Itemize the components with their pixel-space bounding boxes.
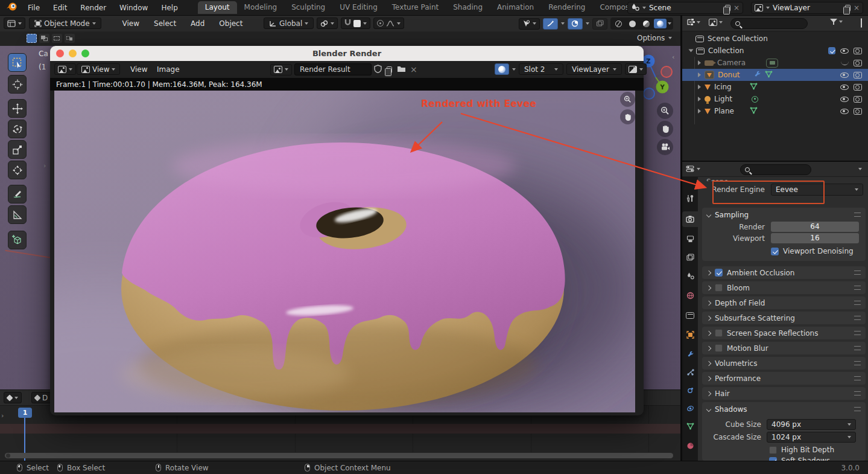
viewlayer-unlink-icon[interactable]: ×: [854, 4, 860, 11]
properties-editor-type-button[interactable]: [686, 165, 700, 173]
drag-handle-icon[interactable]: [854, 286, 861, 290]
outliner-row-scene-collection[interactable]: Scene Collection: [682, 33, 868, 45]
motion-blur-checkbox[interactable]: [715, 344, 723, 352]
tool-rotate[interactable]: [8, 120, 27, 138]
outliner-row-collection[interactable]: Collection: [682, 45, 868, 57]
soft-shadows-checkbox[interactable]: [769, 457, 777, 461]
tab-object[interactable]: [682, 327, 698, 342]
drag-handle-icon[interactable]: [854, 301, 861, 305]
disable-render-icon[interactable]: [854, 96, 862, 103]
viewport-menu-add[interactable]: Add: [185, 19, 210, 28]
expand-arrow-icon[interactable]: [698, 72, 701, 77]
tab-view-layer[interactable]: [682, 249, 698, 265]
window-viewlayer-dropdown[interactable]: ViewLayer: [566, 63, 622, 75]
disable-render-icon[interactable]: [854, 84, 862, 91]
disable-render-icon[interactable]: [854, 60, 862, 66]
hide-eye-icon[interactable]: [840, 97, 849, 102]
sampling-panel-header[interactable]: Sampling: [707, 211, 749, 219]
tool-select-box[interactable]: [8, 53, 27, 72]
hide-eye-icon[interactable]: [840, 72, 849, 78]
hide-eye-icon[interactable]: [840, 85, 849, 90]
mode-dropdown[interactable]: Object Mode: [29, 18, 101, 29]
outliner-display-mode-dropdown[interactable]: [686, 18, 700, 26]
viewlayer-copy-icon[interactable]: [845, 5, 851, 11]
toolbar-expand-chevron[interactable]: ›: [43, 162, 46, 170]
drag-handle-icon[interactable]: [854, 213, 861, 217]
section-volumetrics[interactable]: Volumetrics: [702, 357, 866, 370]
tool-scale[interactable]: [8, 140, 27, 159]
tab-shading[interactable]: Shading: [446, 1, 490, 14]
image-name-field[interactable]: Render Result: [294, 63, 372, 75]
viewlayer-selector[interactable]: ViewLayer ×: [751, 2, 863, 14]
tab-sculpting[interactable]: Sculpting: [284, 1, 332, 14]
select-mode-subtract-icon[interactable]: [52, 34, 62, 43]
viewport-camera-view-button[interactable]: [657, 139, 673, 155]
expand-arrow-icon[interactable]: [698, 97, 701, 101]
drag-handle-icon[interactable]: [854, 331, 861, 335]
tab-animation[interactable]: Animation: [490, 1, 541, 14]
render-engine-dropdown[interactable]: Eevee: [771, 184, 863, 196]
disable-render-icon[interactable]: [854, 72, 862, 78]
open-image-folder-icon[interactable]: [397, 65, 406, 74]
ambient-occlusion-checkbox[interactable]: [715, 269, 723, 277]
section-performance[interactable]: Performance: [702, 372, 866, 385]
timeline-mode-dropdown[interactable]: D: [31, 392, 51, 403]
tool-move[interactable]: [8, 99, 27, 118]
image-datablock-button[interactable]: [270, 64, 292, 75]
image-editor-type-button[interactable]: [54, 63, 76, 75]
viewport-menu-select[interactable]: Select: [148, 19, 182, 28]
shadows-panel-header[interactable]: Shadows: [707, 405, 747, 414]
section-screen-space-reflections[interactable]: Screen Space Reflections: [702, 327, 866, 339]
outliner-search-input[interactable]: [730, 18, 808, 29]
render-pan-button[interactable]: [620, 109, 635, 124]
ssr-checkbox[interactable]: [715, 329, 723, 337]
tab-particles[interactable]: [682, 364, 698, 380]
section-ambient-occlusion[interactable]: Ambient Occlusion: [702, 266, 866, 279]
timeline-expand-chevron[interactable]: ›: [1, 412, 4, 420]
display-channels-button[interactable]: [625, 63, 647, 75]
collection-exclude-checkbox[interactable]: [828, 47, 835, 54]
menu-help[interactable]: Help: [154, 4, 184, 12]
scene-copy-icon[interactable]: [725, 5, 730, 11]
expand-arrow-icon[interactable]: [689, 50, 694, 53]
modifier-wrench-icon[interactable]: [753, 70, 761, 80]
image-menu-view[interactable]: View: [125, 65, 153, 74]
snap-toggle-group[interactable]: [341, 18, 370, 29]
tab-layout[interactable]: Layout: [198, 1, 237, 14]
new-image-icon[interactable]: [387, 66, 392, 73]
tab-constraints[interactable]: [682, 400, 698, 416]
render-window-titlebar[interactable]: Blender Render: [50, 46, 644, 61]
menu-edit[interactable]: Edit: [46, 4, 74, 12]
section-bloom[interactable]: Bloom: [702, 281, 866, 294]
tool-add-cube[interactable]: [8, 231, 27, 249]
outliner-row-icing[interactable]: Icing: [682, 81, 868, 93]
tab-texture-paint[interactable]: Texture Paint: [385, 1, 446, 14]
menu-file[interactable]: File: [21, 4, 46, 12]
disable-render-icon[interactable]: [854, 48, 862, 54]
drag-handle-icon[interactable]: [854, 391, 861, 396]
timeline-editor-type-button[interactable]: [4, 392, 22, 403]
viewport-menu-object[interactable]: Object: [214, 19, 248, 28]
shading-solid-button[interactable]: [626, 19, 639, 28]
hidden-eye-icon[interactable]: [841, 61, 849, 65]
select-mode-intersect-icon[interactable]: [65, 34, 75, 43]
viewport-navigation-gizmo[interactable]: Z Y: [638, 52, 677, 105]
drag-handle-icon[interactable]: [854, 376, 861, 380]
select-mode-new-icon[interactable]: [27, 34, 37, 43]
unlink-image-icon[interactable]: ×: [410, 65, 417, 74]
properties-options-caret[interactable]: [858, 168, 862, 170]
image-menu-image[interactable]: Image: [151, 65, 185, 74]
viewport-menu-view[interactable]: View: [117, 19, 145, 28]
tab-collection-props[interactable]: [682, 307, 698, 323]
expand-arrow-icon[interactable]: [698, 109, 701, 114]
section-motion-blur[interactable]: Motion Blur: [702, 342, 866, 354]
expand-arrow-icon[interactable]: [698, 85, 701, 89]
tab-physics[interactable]: [682, 382, 698, 398]
xray-toggle[interactable]: [592, 18, 607, 30]
proportional-edit-group[interactable]: [373, 18, 404, 29]
drag-handle-icon[interactable]: [854, 271, 861, 275]
sampling-viewport-value[interactable]: 16: [771, 233, 859, 243]
shading-material-button[interactable]: [640, 19, 653, 28]
editor-type-button[interactable]: [4, 18, 25, 29]
sampling-render-value[interactable]: 64: [771, 222, 859, 232]
